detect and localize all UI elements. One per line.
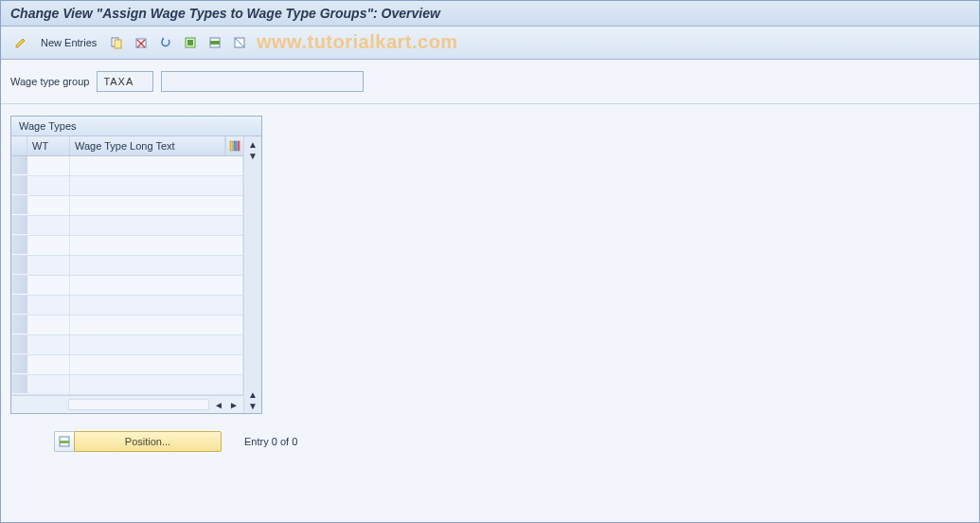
footer-bar: Position... Entry 0 of 0 (10, 431, 970, 452)
wage-type-group-desc-field[interactable] (161, 71, 364, 92)
undo-change-icon[interactable] (155, 32, 176, 53)
table-row (11, 236, 243, 256)
cell-wt[interactable] (27, 316, 70, 334)
new-entries-button[interactable]: New Entries (35, 37, 102, 48)
cell-wt[interactable] (27, 256, 70, 275)
hscroll-track[interactable] (68, 399, 209, 410)
deselect-all-icon[interactable] (229, 32, 250, 53)
wage-type-group-label: Wage type group (10, 76, 89, 87)
cell-wt[interactable] (27, 355, 70, 374)
cell-wt[interactable] (27, 296, 70, 315)
vscroll-down-icon[interactable]: ▼ (247, 150, 258, 161)
select-block-icon[interactable] (205, 32, 225, 53)
row-selector[interactable] (11, 375, 27, 393)
cell-long-text[interactable] (70, 236, 243, 255)
cell-long-text[interactable] (70, 316, 243, 334)
selection-bar: Wage type group TAXA (1, 60, 979, 104)
cell-long-text[interactable] (70, 355, 243, 374)
wage-types-table: WT Wage Type Long Text ◄ ► (11, 136, 261, 413)
table-row (11, 196, 243, 216)
table-row (11, 176, 243, 196)
table-row (11, 216, 243, 236)
table-row (11, 256, 243, 276)
row-selector[interactable] (11, 216, 27, 234)
row-selector[interactable] (11, 355, 27, 373)
vscroll-up2-icon[interactable]: ▲ (247, 388, 258, 400)
table-row (11, 375, 243, 395)
table-header: WT Wage Type Long Text (11, 136, 243, 156)
table-row (11, 335, 243, 355)
cell-long-text[interactable] (70, 296, 243, 315)
row-selector[interactable] (11, 156, 27, 174)
title-bar: Change View "Assign Wage Types to Wage T… (1, 1, 979, 27)
svg-rect-11 (230, 141, 233, 151)
cell-long-text[interactable] (70, 276, 243, 295)
table-row (11, 156, 243, 176)
cell-long-text[interactable] (70, 375, 243, 394)
table-row (11, 296, 243, 316)
page-title: Change View "Assign Wage Types to Wage T… (10, 6, 970, 21)
svg-rect-8 (210, 41, 220, 45)
configure-columns-icon[interactable] (225, 136, 243, 155)
cell-wt[interactable] (27, 216, 70, 235)
cell-wt[interactable] (27, 156, 70, 175)
row-selector[interactable] (11, 256, 27, 274)
cell-wt[interactable] (27, 196, 70, 215)
table-row (11, 316, 243, 335)
row-selector[interactable] (11, 176, 27, 194)
cell-wt[interactable] (27, 375, 70, 394)
wage-types-panel: Wage Types WT Wage Type Long Text ◄ (10, 116, 262, 414)
row-selector[interactable] (11, 196, 27, 214)
table-row (11, 355, 243, 375)
column-header-wt[interactable]: WT (27, 136, 70, 155)
vscroll-up-icon[interactable]: ▲ (247, 138, 258, 150)
svg-rect-6 (187, 40, 193, 45)
cell-wt[interactable] (27, 276, 70, 295)
cell-wt[interactable] (27, 335, 70, 354)
svg-rect-15 (60, 441, 69, 443)
wage-type-group-code-field[interactable]: TAXA (97, 71, 153, 92)
cell-long-text[interactable] (70, 216, 243, 235)
cell-long-text[interactable] (70, 256, 243, 275)
svg-rect-12 (234, 141, 237, 151)
row-selector[interactable] (11, 236, 27, 254)
delete-icon[interactable] (131, 32, 151, 53)
cell-long-text[interactable] (70, 335, 243, 354)
toggle-display-change-icon[interactable] (10, 32, 31, 53)
select-all-icon[interactable] (180, 32, 201, 53)
entry-counter: Entry 0 of 0 (244, 436, 297, 447)
cell-long-text[interactable] (70, 156, 243, 175)
sap-window: Change View "Assign Wage Types to Wage T… (0, 0, 980, 523)
table-row (11, 276, 243, 296)
position-icon[interactable] (54, 431, 74, 452)
row-selector[interactable] (11, 296, 27, 314)
copy-as-icon[interactable] (106, 32, 127, 53)
hscroll-right-icon[interactable]: ► (228, 399, 240, 410)
vscroll-down2-icon[interactable]: ▼ (247, 400, 258, 411)
row-selector[interactable] (11, 316, 27, 334)
row-selector-header[interactable] (11, 136, 27, 155)
application-toolbar: New Entries www.tutorialkart.com (1, 27, 979, 60)
row-selector[interactable] (11, 335, 27, 353)
vertical-scrollbar[interactable]: ▲ ▼ ▲ ▼ (243, 136, 261, 413)
row-selector[interactable] (11, 276, 27, 294)
cell-wt[interactable] (27, 236, 70, 255)
content-area: Wage Types WT Wage Type Long Text ◄ (1, 104, 979, 463)
panel-title: Wage Types (11, 117, 261, 136)
cell-wt[interactable] (27, 176, 70, 195)
watermark-text: www.tutorialkart.com (257, 31, 458, 53)
cell-long-text[interactable] (70, 196, 243, 215)
cell-long-text[interactable] (70, 176, 243, 195)
hscroll-left-icon[interactable]: ◄ (213, 399, 224, 410)
position-button[interactable]: Position... (74, 431, 222, 452)
svg-rect-1 (115, 40, 121, 48)
column-header-long-text[interactable]: Wage Type Long Text (70, 136, 225, 155)
horizontal-scrollbar[interactable]: ◄ ► (11, 395, 243, 413)
svg-rect-13 (238, 141, 240, 151)
